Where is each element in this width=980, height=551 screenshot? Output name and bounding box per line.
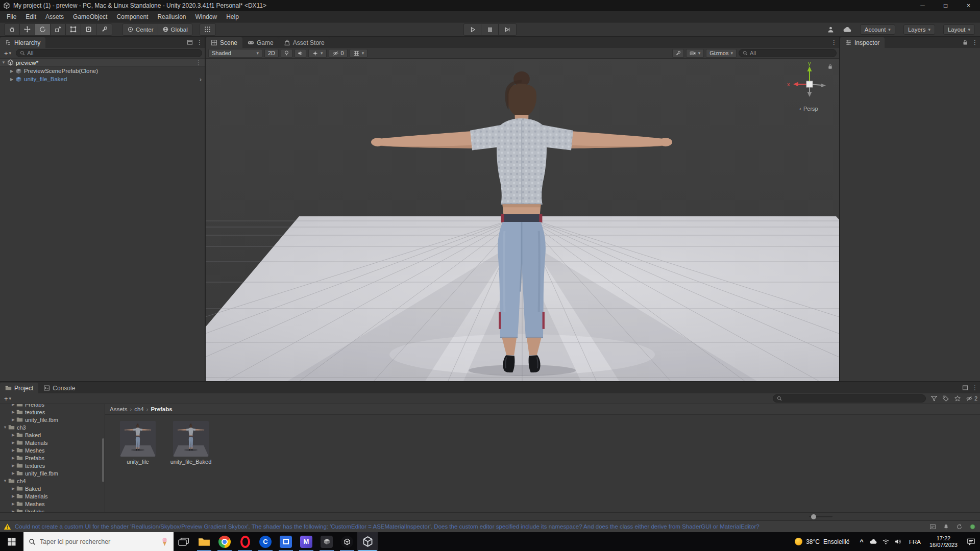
search-by-type-icon[interactable]: [930, 395, 938, 402]
language-indicator[interactable]: FRA: [904, 539, 925, 545]
custom-tool-button[interactable]: [96, 24, 112, 35]
tree-item-textures[interactable]: ▶textures: [0, 408, 105, 416]
c-app-button[interactable]: C: [255, 532, 276, 551]
tree-item-materials[interactable]: ▶Materials: [0, 439, 105, 446]
kebab-menu-icon[interactable]: ⋮: [831, 39, 837, 45]
hierarchy-search[interactable]: [16, 49, 202, 57]
file-explorer-button[interactable]: [194, 532, 214, 551]
dock-icon[interactable]: [962, 385, 968, 391]
tree-item-prefabs[interactable]: ▶Prefabs: [0, 404, 105, 408]
chrome-button[interactable]: [214, 532, 235, 551]
volume-tray-button[interactable]: [892, 538, 904, 545]
menu-component[interactable]: Component: [112, 11, 153, 22]
status-message[interactable]: Could not create a custom UI for the sha…: [15, 523, 760, 530]
tree-item-prefabs[interactable]: ▶Prefabs: [0, 454, 105, 462]
grid-snap-button[interactable]: [200, 24, 215, 35]
task-view-button[interactable]: [174, 532, 194, 551]
favorites-icon[interactable]: [954, 395, 961, 402]
scene-tools-button[interactable]: [672, 49, 684, 58]
status-refresh-icon[interactable]: [956, 523, 963, 530]
scale-tool-button[interactable]: [51, 24, 66, 35]
create-asset-button[interactable]: + ▾: [3, 395, 13, 403]
scene-audio-button[interactable]: [295, 49, 306, 58]
tab-inspector[interactable]: Inspector: [840, 37, 885, 48]
opera-button[interactable]: [235, 532, 255, 551]
menu-gameobject[interactable]: GameObject: [68, 11, 112, 22]
close-button[interactable]: ×: [957, 0, 980, 11]
start-button[interactable]: [0, 532, 23, 551]
transform-tool-button[interactable]: [81, 24, 96, 35]
collapse-icon[interactable]: ▼: [2, 425, 8, 430]
expand-icon[interactable]: ▶: [10, 494, 16, 498]
expand-icon[interactable]: ▶: [10, 433, 16, 437]
kebab-menu-icon[interactable]: ⋮: [972, 39, 978, 45]
dock-icon[interactable]: [187, 39, 193, 45]
asset-thumbnail[interactable]: [173, 421, 209, 457]
weather-widget[interactable]: 38°C Ensoleillé: [789, 538, 855, 545]
expand-icon[interactable]: ▶: [10, 448, 16, 453]
scene-orientation-gizmo[interactable]: y x ‹ Persp: [785, 61, 834, 114]
tab-asset-store[interactable]: Asset Store: [279, 37, 330, 48]
menu-reallusion[interactable]: Reallusion: [153, 11, 190, 22]
tree-item-baked[interactable]: ▶Baked: [0, 485, 105, 492]
hierarchy-scene-row[interactable]: ▼ preview* ⋮: [0, 59, 205, 67]
scene-camera-dropdown[interactable]: ▾: [686, 49, 704, 58]
project-search-input[interactable]: [784, 395, 922, 402]
kebab-menu-icon[interactable]: ⋮: [195, 60, 202, 66]
tree-item-ch4[interactable]: ▼ch4: [0, 477, 105, 485]
taskbar-search-input[interactable]: [40, 538, 157, 545]
maximize-button[interactable]: □: [934, 0, 957, 11]
status-console-icon[interactable]: [929, 523, 936, 530]
expand-icon[interactable]: ▶: [8, 69, 15, 73]
tab-scene[interactable]: Scene: [206, 37, 242, 48]
3d-app-button[interactable]: [316, 532, 337, 551]
collaborate-icon[interactable]: [826, 26, 835, 33]
breadcrumb-ch4[interactable]: ch4: [134, 406, 144, 412]
layout-dropdown[interactable]: Layout ▾: [943, 24, 975, 35]
hierarchy-item-previewsceneprefab[interactable]: ▶ PreviewScenePrefab(Clone): [0, 67, 205, 75]
expand-icon[interactable]: ▶: [10, 486, 16, 491]
pause-button[interactable]: [481, 24, 499, 35]
hidden-packages-toggle[interactable]: 2: [966, 395, 977, 402]
expand-icon[interactable]: ▶: [10, 417, 16, 422]
status-bar[interactable]: Could not create a custom UI for the sha…: [0, 520, 980, 532]
thumbnail-zoom-slider[interactable]: [809, 516, 832, 517]
asset-thumbnail[interactable]: [120, 421, 156, 457]
lock-icon[interactable]: [962, 39, 968, 45]
scene-effects-dropdown[interactable]: ▾: [308, 49, 327, 58]
expand-icon[interactable]: ▶: [10, 456, 16, 460]
tree-item-textures[interactable]: ▶textures: [0, 462, 105, 469]
lock-icon[interactable]: [827, 64, 833, 69]
prefab-open-chevron-icon[interactable]: ›: [200, 76, 202, 83]
orientation-mode-button[interactable]: Global: [158, 24, 192, 35]
breadcrumb-prefabs[interactable]: Prefabs: [151, 406, 172, 412]
menu-file[interactable]: File: [2, 11, 21, 22]
menu-edit[interactable]: Edit: [21, 11, 41, 22]
account-dropdown[interactable]: Account ▾: [860, 24, 895, 35]
tree-item-prefabs[interactable]: ▶Prefabs: [0, 508, 105, 512]
zoom-slider-knob[interactable]: [811, 514, 816, 519]
scene-lighting-button[interactable]: [281, 49, 292, 58]
breadcrumb-assets[interactable]: Assets: [110, 406, 128, 412]
menu-assets[interactable]: Assets: [41, 11, 68, 22]
scene-search-input[interactable]: [750, 50, 832, 56]
expand-icon[interactable]: ▶: [10, 471, 16, 475]
taskbar-clock[interactable]: 17:22 16/07/2023: [925, 535, 962, 548]
tree-item-materials[interactable]: ▶Materials: [0, 492, 105, 500]
action-center-button[interactable]: [962, 537, 980, 546]
collapse-icon[interactable]: ▼: [2, 479, 8, 483]
menu-window[interactable]: Window: [191, 11, 222, 22]
move-tool-button[interactable]: [20, 24, 35, 35]
search-highlight-icon[interactable]: [161, 537, 168, 546]
search-by-label-icon[interactable]: [942, 395, 949, 402]
asset-item-unity-file-baked[interactable]: unity_file_Baked: [165, 421, 216, 465]
unity-hub-button[interactable]: [337, 532, 357, 551]
status-activity-indicator[interactable]: [969, 523, 976, 530]
expand-icon[interactable]: ▶: [8, 77, 15, 82]
cloud-icon[interactable]: [843, 26, 852, 33]
collapse-icon[interactable]: ▼: [0, 60, 7, 65]
step-button[interactable]: [499, 24, 516, 35]
rotate-tool-button[interactable]: [35, 24, 51, 35]
tree-item-ch3[interactable]: ▼ch3: [0, 423, 105, 431]
pivot-mode-button[interactable]: Center: [123, 24, 158, 35]
